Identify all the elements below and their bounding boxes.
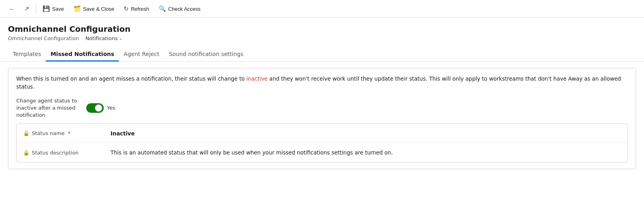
- breadcrumb: Omnichannel Configuration · Notification…: [8, 35, 636, 41]
- field-value-status-description: This is an automated status that will on…: [104, 145, 627, 160]
- field-row-status-description: 🔒 Status description This is an automate…: [17, 143, 627, 162]
- status-name-label: Status name: [32, 130, 64, 136]
- field-label-status-name: 🔒 Status name *: [17, 126, 104, 141]
- toolbar: ← ↗ 💾 Save 🗂️ Save & Close ↻ Refresh 🔍 C…: [0, 0, 644, 18]
- share-icon: ↗: [24, 5, 29, 12]
- tab-missed-notifications[interactable]: Missed Notifications: [46, 48, 119, 62]
- breadcrumb-current-label: Notifications: [85, 35, 118, 41]
- toggle-yes-label: Yes: [107, 105, 115, 111]
- page-header: Omnichannel Configuration Omnichannel Co…: [0, 18, 644, 44]
- lock-icon-status-description: 🔒: [23, 150, 29, 156]
- breadcrumb-chevron: ⌄: [119, 36, 122, 41]
- refresh-icon: ↻: [124, 5, 129, 12]
- breadcrumb-separator: ·: [81, 35, 83, 41]
- required-star-status-name: *: [68, 130, 70, 137]
- toggle-control[interactable]: Yes: [86, 103, 115, 113]
- toggle-thumb: [95, 104, 102, 112]
- tab-sound-notification-settings[interactable]: Sound notification settings: [164, 48, 248, 62]
- refresh-label: Refresh: [131, 6, 149, 12]
- tab-agent-reject[interactable]: Agent Reject: [119, 48, 164, 62]
- back-button[interactable]: ←: [5, 4, 19, 14]
- toggle-row: Change agent status to inactive after a …: [16, 97, 628, 119]
- toggle-track: [86, 103, 104, 113]
- field-label-status-description: 🔒 Status description: [17, 145, 104, 160]
- save-icon: 💾: [43, 5, 50, 12]
- save-label: Save: [52, 6, 64, 12]
- share-button[interactable]: ↗: [20, 3, 33, 14]
- page-title: Omnichannel Configuration: [8, 24, 636, 34]
- tab-templates[interactable]: Templates: [8, 48, 46, 62]
- main-content: When this is turned on and an agent miss…: [0, 62, 644, 176]
- info-text-part1: When this is turned on and an agent miss…: [16, 75, 246, 82]
- status-description-value: This is an automated status that will on…: [111, 149, 393, 156]
- save-close-button[interactable]: 🗂️ Save & Close: [70, 3, 118, 14]
- info-text-highlight: inactive: [246, 75, 268, 82]
- save-button[interactable]: 💾 Save: [39, 3, 68, 14]
- check-access-label: Check Access: [168, 6, 201, 12]
- lock-icon-status-name: 🔒: [23, 130, 29, 136]
- field-table: 🔒 Status name * Inactive 🔒 Status descri…: [16, 124, 628, 162]
- toggle-switch[interactable]: [86, 103, 104, 113]
- status-description-label: Status description: [32, 150, 79, 156]
- breadcrumb-current[interactable]: Notifications ⌄: [85, 35, 123, 41]
- refresh-button[interactable]: ↻ Refresh: [120, 3, 153, 14]
- info-description: When this is turned on and an agent miss…: [16, 75, 628, 91]
- toolbar-divider: [36, 4, 36, 14]
- save-close-icon: 🗂️: [74, 5, 81, 12]
- toggle-label: Change agent status to inactive after a …: [16, 97, 80, 119]
- check-access-button[interactable]: 🔍 Check Access: [155, 3, 205, 14]
- check-access-icon: 🔍: [159, 5, 166, 12]
- field-value-status-name: Inactive: [104, 126, 627, 141]
- field-row-status-name: 🔒 Status name * Inactive: [17, 124, 627, 143]
- breadcrumb-root[interactable]: Omnichannel Configuration: [8, 35, 79, 41]
- info-box: When this is turned on and an agent miss…: [8, 68, 636, 169]
- save-close-label: Save & Close: [83, 6, 114, 12]
- back-icon: ←: [9, 6, 15, 12]
- status-name-value: Inactive: [111, 130, 135, 137]
- tab-bar: Templates Missed Notifications Agent Rej…: [0, 48, 644, 62]
